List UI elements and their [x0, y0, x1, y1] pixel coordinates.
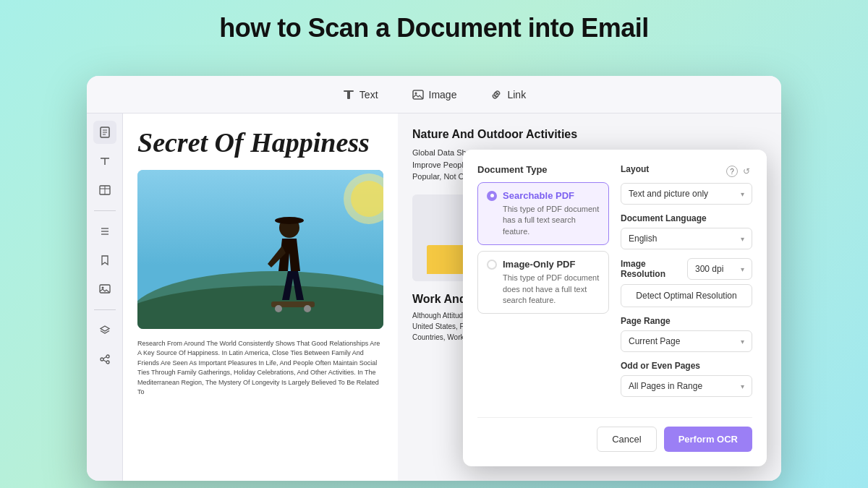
toolbar-image[interactable]: Image	[406, 85, 463, 104]
svg-rect-1	[347, 90, 350, 99]
toolbar-text[interactable]: Text	[336, 85, 384, 104]
document-type-options: Searchable PDF This type of PDF document…	[477, 182, 609, 314]
svg-line-17	[103, 360, 106, 362]
doc-content: Secret Of Happiness	[123, 114, 398, 481]
odd-even-chevron-icon: ▾	[741, 382, 744, 390]
page-range-chevron-icon: ▾	[741, 338, 744, 346]
skateboarder-svg	[137, 170, 383, 329]
layout-value: Text and picture only	[629, 189, 708, 199]
toolbar: Text Image Link	[87, 76, 781, 114]
image-only-pdf-option[interactable]: Image-Only PDF This type of PDF document…	[477, 251, 609, 314]
language-chevron-icon: ▾	[741, 235, 744, 243]
text-tool-icon	[342, 88, 355, 101]
document-panel: Secret Of Happiness	[123, 114, 398, 481]
odd-even-select[interactable]: All Pages in Range ▾	[621, 375, 752, 397]
dialog-footer: Cancel Perform OCR	[477, 417, 752, 452]
dialog-left: Document Type Searchable PDF This type o…	[477, 164, 609, 406]
searchable-pdf-desc: This type of PDF document has a full tex…	[487, 204, 600, 237]
layout-select[interactable]: Text and picture only ▾	[621, 183, 752, 205]
searchable-pdf-name: Searchable PDF	[503, 190, 574, 201]
toolbar-image-label: Image	[429, 89, 457, 100]
toolbar-link[interactable]: Link	[484, 85, 532, 104]
odd-even-value: All Pages in Range	[629, 381, 702, 391]
svg-point-27	[304, 305, 311, 312]
sidebar	[87, 114, 123, 481]
page-range-label: Page Range	[621, 316, 752, 326]
resolution-chevron-icon: ▾	[741, 265, 744, 273]
page-title: how to Scan a Document into Email	[0, 0, 868, 53]
svg-line-16	[103, 357, 106, 359]
sidebar-bookmark-icon[interactable]	[93, 249, 116, 272]
svg-point-15	[101, 287, 103, 289]
doc-title: Secret Of Happiness	[137, 128, 383, 158]
odd-even-label: Odd or Even Pages	[621, 361, 752, 371]
image-only-pdf-name: Image-Only PDF	[503, 259, 575, 270]
cancel-button[interactable]: Cancel	[597, 427, 656, 452]
sidebar-share-icon[interactable]	[93, 348, 116, 371]
resolution-value: 300 dpi	[695, 264, 723, 274]
right-panel: Nature And Outdoor Activities Global Dat…	[398, 114, 781, 481]
page-range-value: Current Page	[629, 336, 680, 346]
language-label: Document Language	[621, 213, 752, 223]
layout-reset-icon[interactable]: ↺	[741, 166, 752, 177]
resolution-label: Image Resolution	[621, 259, 681, 279]
sidebar-text-icon[interactable]	[93, 150, 116, 173]
image-only-pdf-desc: This type of PDF document does not have …	[487, 273, 600, 306]
layout-help-icon[interactable]: ?	[726, 166, 738, 177]
doc-image	[137, 170, 383, 329]
sidebar-page-icon[interactable]	[93, 121, 116, 144]
sidebar-table-icon[interactable]	[93, 179, 116, 202]
detect-resolution-btn[interactable]: Detect Optimal Resolution	[621, 284, 752, 307]
section1-title: Nature And Outdoor Activities	[412, 128, 767, 141]
doc-footer-text: Research From Around The World Consisten…	[137, 339, 383, 398]
svg-point-26	[275, 305, 282, 312]
image-only-pdf-header: Image-Only PDF	[487, 259, 600, 270]
content-area: Secret Of Happiness	[87, 114, 781, 481]
ocr-dialog: Document Type Searchable PDF This type o…	[463, 150, 767, 466]
svg-point-3	[414, 92, 417, 94]
sidebar-divider-2	[94, 309, 116, 310]
layout-label: Layout	[621, 164, 649, 174]
app-window: Text Image Link	[87, 76, 781, 481]
image-only-pdf-radio[interactable]	[487, 260, 497, 270]
searchable-pdf-header: Searchable PDF	[487, 190, 600, 201]
searchable-pdf-option[interactable]: Searchable PDF This type of PDF document…	[477, 182, 609, 245]
searchable-pdf-radio[interactable]	[487, 191, 497, 201]
toolbar-link-label: Link	[507, 89, 526, 100]
image-tool-icon	[412, 88, 425, 101]
svg-point-24	[275, 217, 304, 224]
sidebar-list-icon[interactable]	[93, 220, 116, 243]
dialog-layout: Document Type Searchable PDF This type o…	[477, 164, 752, 406]
layout-header: Layout ? ↺	[621, 164, 752, 179]
toolbar-text-label: Text	[359, 89, 378, 100]
layout-chevron-icon: ▾	[741, 190, 744, 198]
perform-ocr-button[interactable]: Perform OCR	[664, 427, 752, 452]
document-type-label: Document Type	[477, 164, 609, 175]
language-select[interactable]: English ▾	[621, 228, 752, 249]
language-value: English	[629, 234, 657, 244]
dialog-right: Layout ? ↺ Text and picture only ▾ Docum…	[621, 164, 752, 406]
link-tool-icon	[490, 88, 503, 101]
sidebar-divider-1	[94, 210, 116, 211]
page-range-select[interactable]: Current Page ▾	[621, 330, 752, 352]
sidebar-layers-icon[interactable]	[93, 319, 116, 342]
resolution-select[interactable]: 300 dpi ▾	[687, 258, 752, 280]
sidebar-image-icon[interactable]	[93, 278, 116, 301]
